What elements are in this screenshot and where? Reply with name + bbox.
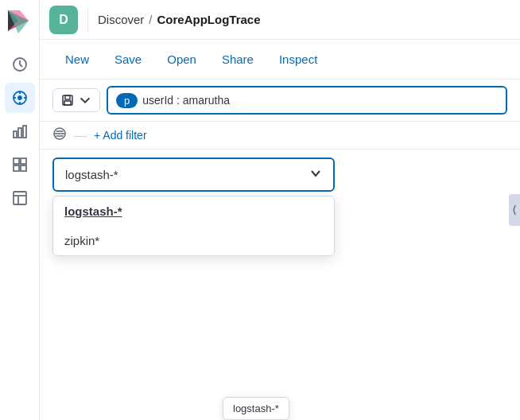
sidebar-item-canvas[interactable]: [5, 183, 35, 213]
breadcrumb: Discover / CoreAppLogTrace: [98, 13, 261, 26]
query-save-button[interactable]: [52, 88, 100, 112]
open-button[interactable]: Open: [154, 46, 209, 72]
header-divider: [87, 8, 88, 32]
svg-rect-16: [21, 165, 26, 171]
sidebar-item-visualize[interactable]: [5, 116, 35, 146]
add-filter-button[interactable]: + Add filter: [94, 129, 147, 142]
app-icon: D: [49, 6, 78, 34]
sidebar-item-dashboard[interactable]: [5, 150, 35, 180]
save-icon: [61, 94, 74, 107]
query-input[interactable]: p userId : amarutha: [107, 86, 507, 115]
breadcrumb-parent[interactable]: Discover: [98, 13, 144, 26]
svg-rect-13: [14, 158, 19, 164]
filter-icon: [52, 126, 67, 144]
new-button[interactable]: New: [52, 46, 102, 72]
breadcrumb-current: CoreAppLogTrace: [157, 13, 261, 26]
chevron-down-icon: [79, 94, 91, 107]
svg-rect-12: [23, 126, 26, 138]
sidebar-item-recent[interactable]: [5, 49, 35, 80]
index-tooltip: logstash-*: [223, 397, 289, 420]
index-dropdown: logstash-* zipkin*: [52, 196, 335, 256]
query-text: userId : amarutha: [142, 94, 230, 107]
index-area: logstash-* logstash-* zipkin* logstash-*: [40, 150, 520, 420]
filter-bar: — + Add filter: [40, 122, 520, 150]
svg-rect-10: [14, 131, 17, 138]
svg-rect-22: [64, 101, 71, 105]
filter-separator: —: [73, 127, 87, 144]
svg-rect-14: [21, 158, 26, 164]
kibana-logo[interactable]: [6, 8, 34, 37]
dropdown-item-logstash[interactable]: logstash-*: [53, 196, 334, 226]
svg-rect-21: [65, 95, 70, 99]
right-panel-handle[interactable]: [509, 194, 520, 226]
share-button[interactable]: Share: [209, 46, 266, 72]
toolbar: New Save Open Share Inspect: [40, 40, 520, 80]
breadcrumb-separator: /: [149, 13, 152, 26]
svg-rect-15: [14, 165, 19, 171]
sidebar-item-discover[interactable]: [5, 83, 35, 113]
main-content: D Discover / CoreAppLogTrace New Save Op…: [40, 0, 520, 420]
svg-point-5: [18, 96, 21, 99]
sidebar: [0, 0, 40, 420]
save-button[interactable]: Save: [102, 46, 154, 72]
index-selector[interactable]: logstash-*: [52, 158, 335, 192]
query-bar: p userId : amarutha: [40, 80, 520, 122]
svg-rect-17: [14, 192, 26, 204]
inspect-button[interactable]: Inspect: [266, 46, 330, 72]
index-chevron-icon: [309, 167, 322, 182]
index-selector-value: logstash-*: [65, 168, 118, 181]
query-pill: p: [116, 93, 138, 108]
dropdown-item-zipkin[interactable]: zipkin*: [53, 226, 334, 255]
svg-rect-11: [18, 128, 21, 138]
app-header: D Discover / CoreAppLogTrace: [40, 0, 520, 40]
